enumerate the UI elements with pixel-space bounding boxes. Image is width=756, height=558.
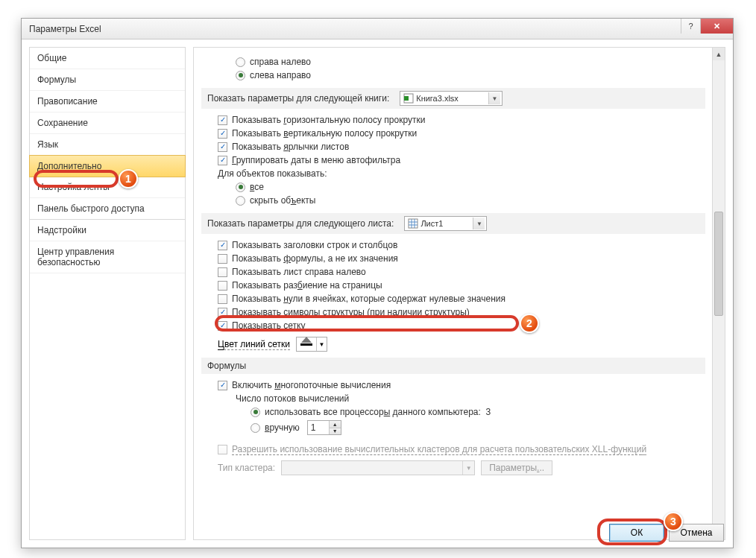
grid-color-row: Цвет линий сетки ▼	[201, 332, 705, 352]
threads-spin[interactable]: 1 ▲▼	[307, 420, 341, 435]
sidebar-item-general[interactable]: Общие	[30, 48, 185, 69]
excel-file-icon	[403, 93, 414, 104]
radio-icon	[236, 71, 245, 80]
radio-obj-hide[interactable]: скрыть объекты	[201, 194, 705, 207]
sidebar-item-advanced[interactable]: Дополнительно	[29, 155, 186, 177]
chk-headers[interactable]: Показывать заголовки строк и столбцов	[201, 238, 705, 252]
chk-group-dates[interactable]: Группировать даты в меню автофильтра	[201, 153, 705, 167]
cluster-type-row: Тип кластера: ▼ Параметры...	[201, 456, 705, 475]
cancel-button[interactable]: Отмена	[669, 524, 724, 542]
spin-up-icon[interactable]: ▲	[330, 421, 341, 428]
chk-vscroll[interactable]: Показывать вертикальную полосу прокрутки	[201, 127, 705, 140]
cluster-type-select: ▼	[281, 460, 475, 475]
chk-zeros[interactable]: Показывать нули в ячейках, которые содер…	[201, 292, 705, 305]
dialog-window: Параметры Excel ? ✕ Общие Формулы Правоп…	[21, 18, 734, 548]
chevron-down-icon: ▼	[316, 337, 327, 351]
radio-all-cpu[interactable]: использовать все процессоры данного комп…	[201, 405, 705, 419]
section-sheet: Показать параметры для следующего листа:…	[201, 213, 705, 234]
svg-rect-1	[404, 96, 409, 101]
chk-clusters: Разрешить использование вычислительных к…	[201, 443, 705, 456]
chk-rtl-sheet[interactable]: Показывать лист справа налево	[201, 265, 705, 279]
sidebar-item-addins[interactable]: Надстройки	[30, 220, 185, 241]
spin-down-icon[interactable]: ▼	[330, 428, 341, 435]
radio-obj-all[interactable]: все	[201, 180, 705, 194]
sidebar-item-ribbon[interactable]: Настройка ленты	[30, 177, 185, 198]
chevron-down-icon: ▼	[473, 218, 485, 229]
close-button[interactable]: ✕	[700, 19, 733, 34]
sheet-icon	[408, 218, 418, 229]
dialog-footer: ОК Отмена	[609, 524, 724, 542]
book-select[interactable]: Книга3.xlsx ▼	[400, 91, 503, 106]
radio-icon	[236, 57, 245, 67]
sidebar-item-formulas[interactable]: Формулы	[30, 69, 185, 91]
color-swatch-icon	[297, 343, 316, 346]
radio-manual[interactable]: вручную 1 ▲▼	[201, 419, 705, 437]
chk-tabs[interactable]: Показывать ярлычки листов	[201, 140, 705, 153]
titlebar: Параметры Excel ? ✕	[22, 19, 733, 39]
threads-label: Число потоков вычислений	[201, 393, 705, 404]
sidebar-item-qat[interactable]: Панель быстрого доступа	[30, 198, 185, 220]
grid-color-picker[interactable]: ▼	[296, 337, 327, 352]
ok-button[interactable]: ОК	[609, 524, 664, 542]
sheet-select[interactable]: Лист1 ▼	[404, 216, 487, 231]
sidebar-item-save[interactable]: Сохранение	[30, 112, 185, 134]
scrollbar-thumb[interactable]	[714, 212, 723, 316]
sidebar-item-trust[interactable]: Центр управления безопасностью	[30, 241, 185, 273]
chevron-down-icon: ▼	[488, 92, 500, 104]
radio-ltr[interactable]: слева направо	[201, 69, 705, 82]
scroll-up-icon[interactable]: ▲	[713, 48, 725, 60]
sidebar-item-proofing[interactable]: Правописание	[30, 91, 185, 112]
chk-hscroll[interactable]: Показывать горизонтальную полосу прокрут…	[201, 113, 705, 127]
vertical-scrollbar[interactable]: ▲ ▼	[712, 48, 725, 539]
section-formulas: Формулы	[201, 358, 705, 374]
radio-rtl[interactable]: справа налево	[201, 55, 705, 69]
sidebar: Общие Формулы Правописание Сохранение Яз…	[29, 47, 186, 540]
chk-grid[interactable]: Показывать сетку	[201, 319, 705, 332]
sidebar-item-language[interactable]: Язык	[30, 134, 185, 156]
cluster-params-button: Параметры...	[481, 460, 552, 475]
window-title: Параметры Excel	[29, 24, 101, 34]
chk-outline[interactable]: Показывать символы структуры (при наличи…	[201, 305, 705, 319]
help-button[interactable]: ?	[681, 19, 700, 34]
objects-label: Для объектов показывать:	[201, 167, 705, 180]
svg-rect-2	[409, 219, 418, 228]
chk-breaks[interactable]: Показывать разбиение на страницы	[201, 279, 705, 292]
chk-multithread[interactable]: Включить многопоточные вычисления	[201, 378, 705, 392]
content-panel: справа налево слева направо Показать пар…	[193, 47, 725, 540]
section-book: Показать параметры для следующей книги: …	[201, 88, 705, 109]
chk-formulas[interactable]: Показывать формулы, а не их значения	[201, 252, 705, 265]
